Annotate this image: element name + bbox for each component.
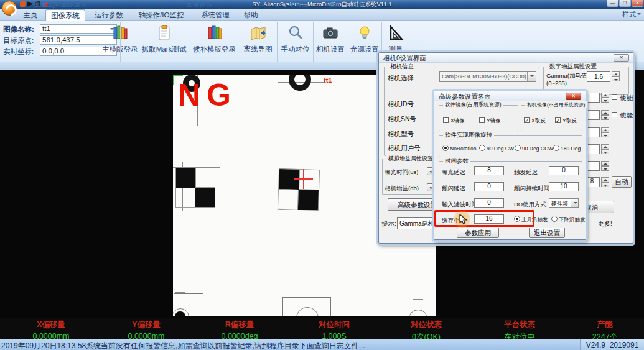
log-bar: 2019年09月20日18:13:58系统当前没有任何报警信息,如需查询以前报警… [0, 339, 644, 350]
falling-edge-radio[interactable] [551, 216, 558, 222]
image-name-label: 图像名称: [3, 25, 34, 34]
advanced-settings-button[interactable]: 高级参数设置 [388, 198, 437, 211]
combo-caret-icon[interactable] [527, 72, 536, 81]
camera-select-label: 相机选择 [388, 74, 414, 83]
offline-map-button[interactable]: 离线导图 [240, 22, 276, 61]
magnifier-icon [287, 24, 304, 42]
more-text[interactable]: 更多! [598, 219, 612, 228]
gamma-field[interactable]: 1.6 [587, 71, 610, 82]
combo-caret-icon[interactable] [571, 199, 578, 207]
camera-dialog-close-icon[interactable]: ✕ [614, 54, 629, 62]
status-align-time: 对位时间 1.000S [300, 320, 368, 341]
y-invert-label: Y取反 [562, 117, 577, 125]
advanced-dialog-close-icon[interactable]: ✕ [566, 93, 581, 100]
rotation-180-label: 180 Deg [561, 145, 581, 152]
app-logo-icon[interactable] [2, 1, 17, 16]
x-mirror-checkbox[interactable] [443, 117, 449, 123]
group-label-light: 光源 [320, 0, 395, 8]
camera-settings-button[interactable]: 相机设置 [314, 22, 347, 61]
roi-corner-icon [173, 75, 174, 85]
style-menu-button[interactable]: 样式 [615, 10, 641, 20]
advanced-dialog-titlebar[interactable]: 高级参数设置界面 [434, 91, 586, 101]
ring-fiducial [289, 75, 311, 91]
exposure-delay-field[interactable]: 8 [474, 166, 504, 175]
ng-result-text: NG [178, 77, 237, 113]
strobe-duration-field[interactable]: 10 [549, 182, 579, 191]
tab-help[interactable]: 帮助 [240, 9, 262, 21]
param-spinner[interactable] [601, 177, 609, 187]
trigger-delay-label: 触发延迟 [514, 168, 538, 177]
manual-align-button[interactable]: 手动对位 [278, 22, 312, 61]
auto-button[interactable]: 自动 [612, 176, 632, 188]
tab-image-system[interactable]: 图像系统 [45, 9, 85, 21]
status-r-offset: R偏移量 0.0000deg [205, 320, 274, 341]
strobe-delay-field[interactable]: 0 [474, 182, 504, 191]
bulb-icon [356, 24, 373, 42]
realtime-coord-label: 实时坐标: [3, 47, 34, 57]
enable-label: 使能 [620, 94, 633, 103]
camera-sn-label: 相机SN号 [388, 115, 416, 124]
param-field[interactable] [584, 161, 600, 171]
rotation-none-radio[interactable] [442, 145, 449, 151]
camera-user-label: 相机用户号 [388, 144, 421, 153]
exposure-time-label: 曝光时间(us) [385, 168, 418, 177]
camera-gain-label: 相机增益(db) [385, 185, 419, 193]
param-field[interactable] [584, 144, 600, 154]
target-origin-label: 目标原点: [3, 36, 34, 45]
enable-checkbox[interactable] [612, 94, 617, 100]
apply-params-button[interactable]: 参数应用 [457, 228, 499, 238]
y-mirror-label: Y镜像 [487, 117, 501, 125]
param-spinner[interactable] [601, 161, 609, 171]
exposure-delay-label: 曝光延迟 [442, 168, 465, 177]
x-invert-checkbox[interactable]: ✓ [524, 117, 530, 123]
backup-template-login-button[interactable]: 候补模版登录 [190, 22, 239, 61]
param-field[interactable]: 8 [584, 177, 600, 187]
gain-spin-icon[interactable]: ◂ [427, 183, 434, 191]
param-spinner[interactable] [601, 127, 609, 137]
camera-select-combo[interactable]: Cam(SY-GEM130M-60-G)(CCD0) [439, 71, 536, 82]
tab-system-mgmt[interactable]: 系统管理 [197, 9, 234, 21]
minimize-button[interactable]: — [607, 0, 618, 7]
param-spinner[interactable] [601, 93, 609, 103]
camera-dialog-titlebar[interactable]: 相机0设置界面 [379, 53, 633, 63]
exit-settings-button[interactable]: 退出设置 [529, 228, 565, 238]
enable-checkbox[interactable] [612, 112, 617, 117]
exposure-spin-icon[interactable]: ◂ [427, 167, 434, 175]
tab-home[interactable]: 主页 [17, 9, 44, 21]
tab-axis-io[interactable]: 轴操作/IO监控 [133, 9, 190, 21]
camera-id-label: 相机ID号 [388, 100, 414, 109]
checkerboard-mark [278, 168, 320, 211]
hint-label: 提示: [381, 219, 396, 228]
status-x-offset: X偏移量 0.0000mm [17, 320, 85, 341]
param-field[interactable] [584, 127, 600, 137]
param-spinner[interactable] [601, 144, 609, 154]
maximize-button[interactable]: ❐ [619, 0, 631, 7]
style-caret-icon [637, 13, 641, 17]
light-settings-button[interactable]: 光源设置 [348, 22, 381, 61]
rotation-90ccw-radio[interactable] [515, 145, 521, 151]
close-button[interactable]: ✕ [632, 0, 643, 7]
annotation-highlight-box [434, 210, 534, 227]
do-mode-combo[interactable]: 硬件频 [549, 198, 579, 208]
measure-icon [387, 24, 404, 42]
tab-run-params[interactable]: 运行参数 [90, 9, 128, 21]
rotation-90cw-label: 90 Deg CW [487, 145, 514, 152]
param-field[interactable] [584, 110, 600, 120]
strobe-duration-label: 频闪持续时间 [514, 185, 549, 193]
rotation-180-radio[interactable] [553, 145, 559, 151]
trigger-delay-field[interactable]: 0 [549, 166, 579, 175]
input-filter-label: 输入滤波时间 [442, 201, 477, 209]
rotation-90cw-radio[interactable] [479, 145, 485, 151]
gamma-spinner[interactable] [612, 71, 620, 81]
checkerboard-mark [175, 168, 215, 208]
roi-corner-icon [173, 75, 183, 76]
param-spinner[interactable] [601, 110, 609, 120]
input-filter-field[interactable]: 0 [474, 198, 504, 208]
mouse-cursor-icon [459, 214, 468, 225]
grab-mark-test-button[interactable]: 抓取Mark测试 [139, 22, 189, 61]
alignment-cross-icon [294, 178, 313, 180]
y-mirror-checkbox[interactable] [479, 117, 485, 123]
group-label-channel: 通道选择/坐标显示 [22, 0, 97, 8]
x-invert-label: X取反 [531, 117, 546, 125]
y-invert-checkbox[interactable]: ✓ [555, 117, 561, 123]
